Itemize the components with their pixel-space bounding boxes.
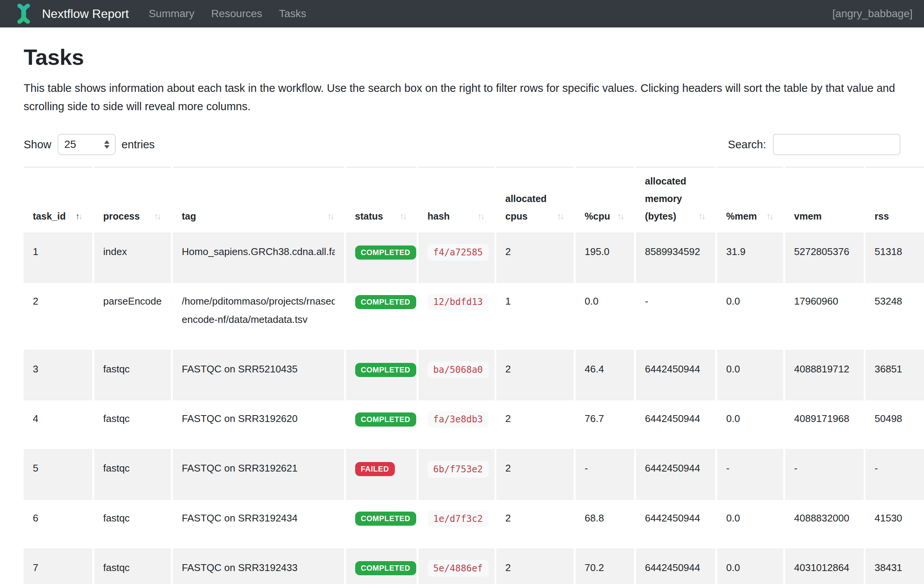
column-header-allocated-memory-bytes[interactable]: allocated memory (bytes)↑↓: [635, 167, 716, 233]
column-label: allocated memory (bytes): [645, 172, 695, 225]
cell-pmem: 0.0: [716, 350, 784, 400]
tag-line: FASTQC on SRR3192620: [182, 410, 335, 428]
cell-pcpu: 195.0: [574, 233, 635, 283]
cell-allocated-cpus: 2: [495, 350, 574, 400]
navbar: Nextflow Report Summary Resources Tasks …: [0, 0, 924, 28]
cell-pmem: 0.0: [716, 499, 784, 549]
column-header-tag[interactable]: tag↑↓: [172, 167, 345, 233]
cell-task-id: 7: [24, 549, 93, 584]
nav-link-tasks[interactable]: Tasks: [279, 8, 306, 20]
column-label: tag: [182, 207, 196, 225]
cell-process: fastqc: [93, 549, 172, 584]
page-size-select[interactable]: 25: [58, 134, 116, 155]
session-name: [angry_babbage]: [832, 8, 912, 20]
table-row: 4fastqcFASTQC on SRR3192620COMPLETEDfa/3…: [24, 400, 924, 449]
brand-title[interactable]: Nextflow Report: [42, 7, 129, 21]
status-badge: COMPLETED: [355, 561, 416, 575]
column-header-cpu[interactable]: %cpu↑↓: [574, 167, 635, 233]
column-header-process[interactable]: process↑↓: [93, 167, 172, 233]
cell-tag: FASTQC on SRR3192620: [172, 400, 345, 449]
tasks-table-scroll-area[interactable]: task_id↑↓process↑↓tag↑↓status↑↓hash↑↓all…: [24, 166, 924, 584]
cell-allocated-memory: 8589934592: [635, 233, 716, 283]
cell-tag: /home/pditommaso/projects/rnaseq-encode-…: [172, 283, 345, 350]
table-controls: Show 25 entries Search:: [24, 134, 900, 155]
cell-pcpu: 70.2: [574, 549, 635, 584]
cell-tag: FASTQC on SRR3192621: [172, 449, 345, 499]
sort-arrows-icon: ↑↓: [557, 207, 564, 225]
page-length-control: Show 25 entries: [24, 134, 155, 155]
cell-status: COMPLETED: [345, 350, 417, 400]
table-row: 1indexHomo_sapiens.GRCh38.cdna.all.fa.gz…: [24, 233, 924, 283]
cell-pcpu: 0.0: [574, 283, 635, 350]
status-badge: COMPLETED: [355, 245, 416, 260]
cell-task-id: 6: [24, 499, 93, 549]
cell-hash: 6b/f753e2: [417, 449, 495, 499]
cell-allocated-memory: 6442450944: [635, 549, 716, 584]
tag-line: FASTQC on SRR3192434: [182, 509, 335, 527]
search-input[interactable]: [773, 134, 900, 155]
cell-allocated-cpus: 1: [495, 283, 574, 350]
column-header-allocated-cpus[interactable]: allocated cpus↑↓: [495, 167, 574, 233]
cell-pmem: 0.0: [716, 283, 784, 350]
column-header-task-id[interactable]: task_id↑↓: [24, 167, 93, 233]
column-header-hash[interactable]: hash↑↓: [417, 167, 495, 233]
status-badge: COMPLETED: [355, 512, 416, 526]
column-header-mem[interactable]: %mem↑↓: [716, 167, 784, 233]
tasks-table: task_id↑↓process↑↓tag↑↓status↑↓hash↑↓all…: [24, 166, 924, 584]
cell-rss: 41530: [865, 499, 924, 549]
cell-allocated-cpus: 2: [495, 499, 574, 549]
cell-vmem: -: [784, 449, 865, 499]
nav-link-resources[interactable]: Resources: [211, 8, 262, 20]
cell-rss: 53248: [865, 283, 924, 350]
table-row: 6fastqcFASTQC on SRR3192434COMPLETED1e/d…: [24, 499, 924, 549]
tag-line: /home/pditommaso/projects/rnaseq-: [182, 292, 335, 310]
hash-code: 1e/d7f3c2: [428, 510, 489, 527]
cell-vmem: 4088832000: [784, 499, 865, 549]
cell-pmem: 0.0: [716, 400, 784, 449]
column-label: status: [355, 207, 383, 225]
select-caret-icon: [104, 140, 109, 149]
tag-line: FASTQC on SRR3192433: [182, 558, 335, 577]
column-header-status[interactable]: status↑↓: [345, 167, 417, 233]
cell-status: COMPLETED: [345, 499, 417, 549]
cell-task-id: 5: [24, 449, 93, 499]
table-row: 2parseEncode/home/pditommaso/projects/rn…: [24, 283, 924, 350]
status-badge: COMPLETED: [355, 363, 416, 377]
cell-vmem: 5272805376: [784, 233, 865, 283]
nav-link-summary[interactable]: Summary: [149, 8, 195, 20]
cell-pcpu: 68.8: [574, 499, 635, 549]
cell-process: fastqc: [93, 449, 172, 499]
page-title: Tasks: [24, 44, 900, 70]
sort-arrows-icon: ↑↓: [327, 207, 335, 225]
cell-process: index: [93, 233, 172, 283]
hash-code: 12/bdfd13: [428, 293, 489, 310]
cell-tag: FASTQC on SRR3192433: [172, 549, 345, 584]
cell-pcpu: 46.4: [574, 350, 635, 400]
cell-rss: 38431: [865, 549, 924, 584]
cell-allocated-memory: 6442450944: [635, 400, 716, 449]
column-header-vmem[interactable]: vmem: [784, 167, 865, 233]
sort-arrows-icon: ↑↓: [154, 207, 162, 225]
cell-hash: 5e/4886ef: [417, 549, 495, 584]
cell-allocated-cpus: 2: [495, 233, 574, 283]
cell-task-id: 2: [24, 283, 93, 350]
cell-hash: 12/bdfd13: [417, 283, 495, 350]
status-badge: COMPLETED: [355, 413, 416, 426]
cell-task-id: 1: [24, 233, 93, 283]
cell-hash: 1e/d7f3c2: [417, 499, 495, 549]
column-header-rss[interactable]: rss: [865, 167, 924, 233]
cell-task-id: 4: [24, 400, 93, 449]
page-size-value: 25: [64, 138, 76, 151]
cell-vmem: 17960960: [784, 283, 865, 350]
cell-status: COMPLETED: [345, 283, 417, 350]
cell-process: fastqc: [93, 400, 172, 449]
cell-allocated-memory: 6442450944: [635, 350, 716, 400]
cell-status: COMPLETED: [345, 549, 417, 584]
cell-task-id: 3: [24, 350, 93, 400]
cell-allocated-cpus: 2: [495, 549, 574, 584]
column-label: %mem: [726, 207, 757, 225]
cell-process: parseEncode: [93, 283, 172, 350]
sort-arrows-icon: ↑↓: [617, 207, 625, 225]
column-label: task_id: [33, 207, 66, 225]
cell-hash: f4/a72585: [417, 233, 495, 283]
